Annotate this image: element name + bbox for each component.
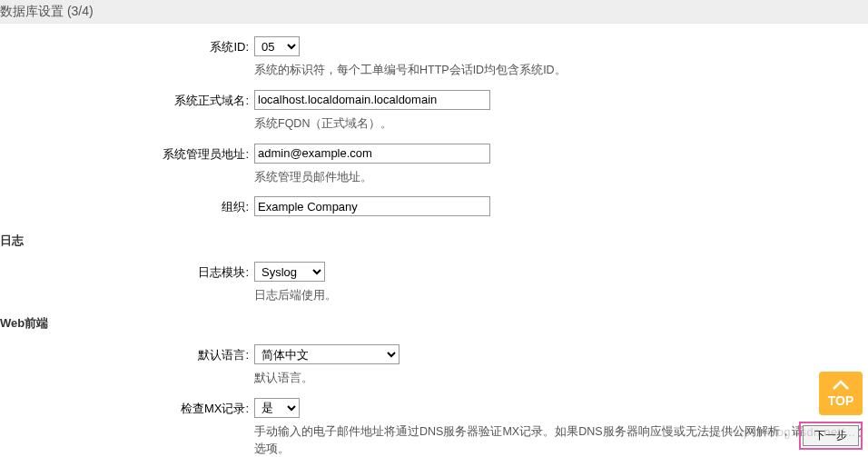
section-web: Web前端: [0, 315, 868, 332]
label-lang: 默认语言:: [0, 344, 254, 366]
help-log-module: 日志后端使用。: [254, 287, 868, 304]
page-header: 数据库设置 (3/4): [0, 0, 868, 24]
label-admin: 系统管理员地址:: [0, 144, 254, 165]
help-mx: 手动输入的电子邮件地址将通过DNS服务器验证MX记录。如果DNS服务器响应慢或无…: [254, 423, 868, 457]
label-org: 组织:: [0, 196, 254, 218]
next-button-highlight: 下一步: [799, 422, 863, 450]
row-system-id: 系统ID: 05: [0, 36, 868, 58]
next-button[interactable]: 下一步: [803, 425, 859, 446]
input-admin[interactable]: [254, 144, 490, 164]
help-system-id: 系统的标识符，每个工单编号和HTTP会话ID均包含系统ID。: [254, 62, 868, 79]
form-content: 系统ID: 05 系统的标识符，每个工单编号和HTTP会话ID均包含系统ID。 …: [0, 24, 868, 457]
row-admin: 系统管理员地址:: [0, 144, 868, 165]
label-log-module: 日志模块:: [0, 262, 254, 283]
input-org[interactable]: [254, 196, 490, 216]
row-mx: 检查MX记录: 是: [0, 398, 868, 420]
section-log: 日志: [0, 233, 868, 249]
label-fqdn: 系统正式域名:: [0, 90, 254, 112]
help-lang: 默认语言。: [254, 370, 868, 387]
label-system-id: 系统ID:: [0, 36, 254, 58]
scroll-top-button[interactable]: TOP: [819, 372, 863, 415]
top-label: TOP: [828, 393, 854, 408]
chevron-up-icon: [832, 379, 850, 393]
row-log-module: 日志模块: Syslog: [0, 262, 868, 283]
select-system-id[interactable]: 05: [254, 36, 300, 56]
input-fqdn[interactable]: [254, 90, 490, 110]
row-org: 组织:: [0, 196, 868, 218]
row-fqdn: 系统正式域名:: [0, 90, 868, 112]
select-mx[interactable]: 是: [254, 398, 300, 418]
row-lang: 默认语言: 简体中文: [0, 344, 868, 366]
page-title: 数据库设置 (3/4): [0, 4, 94, 18]
help-admin: 系统管理员邮件地址。: [254, 169, 868, 186]
label-mx: 检查MX记录:: [0, 398, 254, 420]
select-lang[interactable]: 简体中文: [254, 344, 399, 364]
select-log-module[interactable]: Syslog: [254, 262, 325, 282]
help-fqdn: 系统FQDN（正式域名）。: [254, 115, 868, 133]
